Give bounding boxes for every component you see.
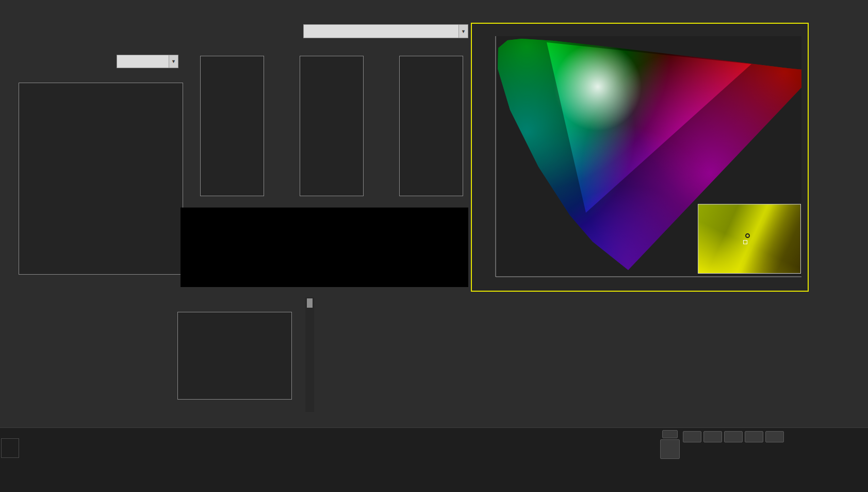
cie-zoom-inset <box>698 204 801 274</box>
deltal-chart <box>185 46 266 208</box>
playback-controls <box>658 428 813 492</box>
table-scroll-strip[interactable] <box>305 297 314 412</box>
deltae2000-chart <box>19 83 183 275</box>
deltah-chart <box>384 46 465 208</box>
de-formula-select[interactable]: ▼ <box>117 55 178 68</box>
inset-target-point <box>743 240 747 244</box>
levels-select[interactable]: ▼ <box>303 24 468 38</box>
deltae2000-y-axis <box>0 83 17 275</box>
play-icon[interactable] <box>703 431 722 442</box>
deltac-chart <box>284 46 366 208</box>
actual-row-label <box>181 210 189 242</box>
chevron-down-icon: ▼ <box>169 55 178 68</box>
refresh-icon[interactable] <box>765 431 784 442</box>
table-scroll-handle[interactable] <box>307 298 313 308</box>
loop-icon[interactable] <box>745 431 763 442</box>
actual-target-swatch-panel <box>181 208 468 287</box>
stop-icon[interactable] <box>683 431 701 442</box>
chevron-down-icon: ▼ <box>458 25 468 38</box>
save-icon[interactable] <box>724 431 743 442</box>
bottom-toolbar <box>0 427 868 492</box>
current-color-swatch <box>1 438 19 458</box>
calibration-app-window: ▼ ▼ <box>0 0 868 492</box>
cie-diagram-panel <box>471 23 809 292</box>
window-icon[interactable] <box>660 439 680 459</box>
deltae2000-x-axis <box>19 277 183 285</box>
target-row-label <box>181 243 189 275</box>
inset-measured-point <box>745 233 750 238</box>
rgb-balance-chart <box>164 301 294 412</box>
collapse-icon[interactable] <box>662 430 678 438</box>
